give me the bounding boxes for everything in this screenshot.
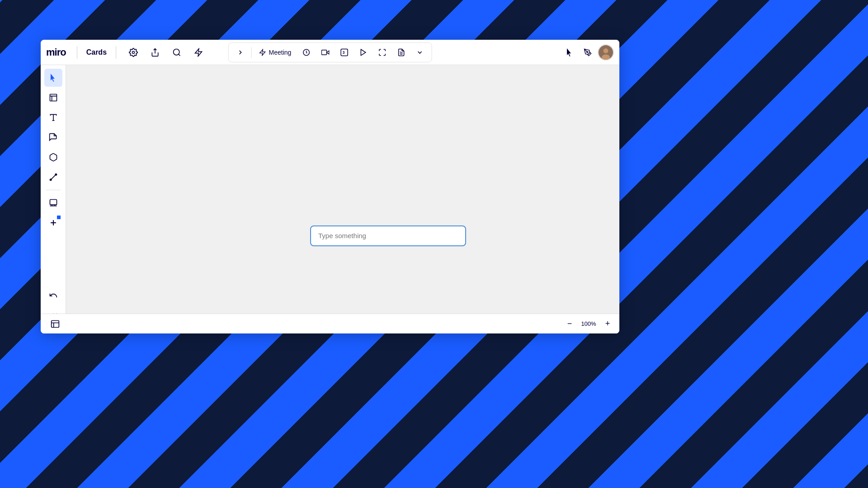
activity-button[interactable]: [190, 44, 207, 61]
avatar-image: [599, 45, 613, 60]
center-toolbar: Meeting 3: [228, 42, 432, 62]
chevron-down-icon: [416, 49, 423, 56]
expand-button[interactable]: [232, 46, 249, 59]
minimap-icon: [51, 319, 60, 328]
left-sidebar: [41, 65, 66, 333]
main-window: miro Cards: [41, 40, 619, 333]
minimap-button[interactable]: [46, 315, 64, 333]
lightning-icon: [194, 48, 203, 57]
text-input-card[interactable]: [310, 225, 466, 246]
svg-point-15: [604, 48, 609, 53]
image-icon: [49, 198, 58, 207]
zoom-value[interactable]: 100%: [580, 320, 598, 327]
logo-text: miro: [46, 47, 66, 58]
svg-line-3: [179, 54, 180, 56]
svg-rect-25: [50, 200, 57, 205]
meeting-button[interactable]: Meeting: [255, 46, 296, 59]
settings-button[interactable]: [125, 44, 142, 61]
meeting-label: Meeting: [269, 49, 292, 56]
svg-point-13: [587, 51, 588, 52]
svg-marker-4: [195, 48, 202, 56]
zoom-out-button[interactable]: −: [563, 318, 576, 330]
text-icon: [49, 113, 58, 122]
undo-icon: [49, 291, 58, 300]
add-tool-button[interactable]: [44, 214, 62, 232]
pen-icon: [584, 48, 592, 56]
center-divider-1: [251, 47, 252, 58]
share-icon: [151, 48, 160, 57]
share-button[interactable]: [147, 44, 163, 61]
select-tool-header[interactable]: [561, 44, 578, 61]
line-tool-button[interactable]: [44, 168, 62, 186]
svg-rect-17: [50, 94, 57, 101]
svg-point-2: [174, 49, 179, 55]
svg-point-23: [50, 179, 51, 180]
svg-marker-5: [260, 49, 265, 55]
svg-point-24: [55, 174, 57, 175]
camera-icon: [321, 48, 329, 56]
select-tool-button[interactable]: [44, 69, 62, 87]
fullscreen-button[interactable]: [373, 46, 391, 59]
plus-icon: [49, 218, 58, 227]
camera-button[interactable]: [316, 46, 334, 59]
reactions-icon: 3: [340, 48, 348, 56]
search-button[interactable]: [169, 44, 185, 61]
cursor-select-icon: [49, 74, 57, 82]
notes-icon: [397, 48, 405, 56]
user-avatar[interactable]: [598, 44, 614, 61]
undo-button[interactable]: [44, 286, 62, 305]
canvas-text-input[interactable]: [318, 232, 458, 239]
svg-text:3: 3: [343, 51, 345, 55]
text-tool-button[interactable]: [44, 108, 62, 127]
frame-icon: [49, 93, 58, 102]
zoom-plus-icon: +: [605, 319, 610, 328]
sticky-note-icon: [49, 133, 58, 142]
search-icon: [172, 48, 181, 57]
svg-marker-10: [361, 49, 366, 56]
add-badge: [57, 216, 61, 219]
sticky-note-button[interactable]: [44, 128, 62, 146]
toolbar-divider-1: [77, 46, 77, 59]
svg-point-0: [132, 51, 135, 53]
cursor-icon: [566, 48, 574, 56]
gear-icon: [129, 48, 138, 57]
top-toolbar: miro Cards: [41, 40, 619, 65]
canvas-area[interactable]: [66, 65, 619, 333]
present-icon: [359, 48, 367, 56]
shapes-icon: [49, 153, 58, 162]
timer-icon: [302, 48, 310, 56]
toolbar-right: [561, 44, 614, 61]
shapes-tool-button[interactable]: [44, 148, 62, 166]
board-name[interactable]: Cards: [86, 48, 107, 56]
miro-logo[interactable]: miro: [46, 47, 66, 58]
svg-rect-7: [321, 50, 326, 55]
notes-button[interactable]: [392, 46, 410, 59]
more-center-button[interactable]: [411, 46, 428, 59]
bottom-bar: − 100% +: [41, 314, 619, 333]
media-tool-button[interactable]: [44, 194, 62, 212]
bottom-left: [46, 315, 64, 333]
bottom-right: − 100% +: [563, 318, 614, 330]
reactions-button[interactable]: 3: [335, 46, 353, 59]
frame-tool-button[interactable]: [44, 89, 62, 107]
fullscreen-icon: [378, 48, 386, 56]
sidebar-separator-1: [46, 190, 61, 190]
present-button[interactable]: [354, 46, 372, 59]
svg-rect-31: [52, 320, 59, 327]
pen-tool-button[interactable]: [580, 44, 596, 61]
zoom-in-button[interactable]: +: [601, 318, 614, 330]
zoom-minus-icon: −: [567, 319, 572, 328]
chevron-right-icon: [237, 49, 244, 56]
timer-button[interactable]: [297, 46, 315, 59]
toolbar-divider-2: [116, 46, 116, 59]
lightning-meeting-icon: [259, 49, 266, 56]
line-icon: [49, 173, 58, 182]
toolbar-left: miro Cards: [46, 44, 207, 61]
